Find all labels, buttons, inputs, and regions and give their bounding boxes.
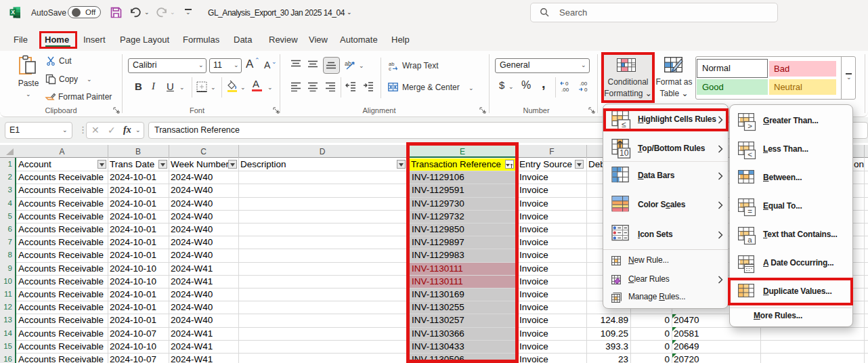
- svg-text:>: >: [747, 121, 752, 129]
- svg-text:a: a: [747, 235, 752, 243]
- svg-text:10: 10: [620, 149, 629, 158]
- svg-text:X: X: [11, 9, 15, 16]
- svg-text:c: c: [389, 66, 391, 71]
- svg-text:0: 0: [565, 81, 569, 87]
- svg-text:=: =: [747, 207, 752, 215]
- svg-text:0: 0: [584, 87, 588, 93]
- svg-text:.00: .00: [580, 81, 588, 87]
- svg-text:.00: .00: [561, 87, 569, 93]
- svg-text:<: <: [747, 150, 752, 158]
